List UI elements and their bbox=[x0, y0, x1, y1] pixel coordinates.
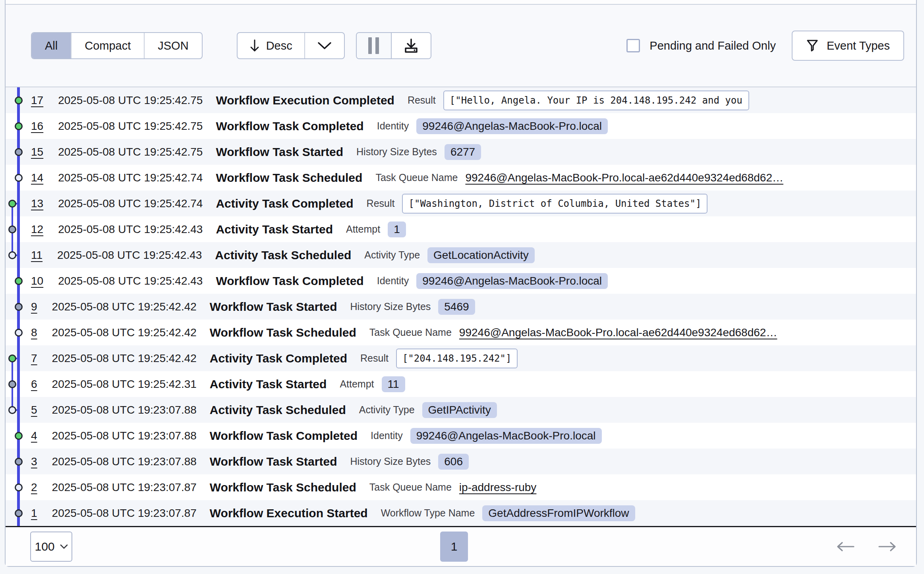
event-detail-link[interactable]: 99246@Angelas-MacBook-Pro.local-ae62d440… bbox=[465, 171, 783, 184]
event-detail-label: Task Queue Name bbox=[375, 172, 458, 183]
event-detail-label: Attempt bbox=[346, 223, 380, 235]
event-status-dot-scheduled bbox=[15, 174, 23, 182]
event-row[interactable]: 172025-05-08 UTC 19:25:42.75Workflow Exe… bbox=[6, 87, 916, 113]
event-types-filter-button[interactable]: Event Types bbox=[792, 31, 904, 61]
pending-failed-checkbox[interactable] bbox=[626, 39, 640, 52]
event-row[interactable]: 92025-05-08 UTC 19:25:42.42Workflow Task… bbox=[6, 294, 916, 320]
event-status-dot-completed bbox=[15, 277, 23, 285]
event-row[interactable]: 122025-05-08 UTC 19:25:42.43Activity Tas… bbox=[6, 216, 916, 242]
event-detail-label: Identity bbox=[371, 430, 403, 441]
event-timestamp: 2025-05-08 UTC 19:25:42.42 bbox=[52, 352, 197, 365]
event-status-dot-completed bbox=[8, 354, 16, 362]
event-detail-link[interactable]: ip-address-ruby bbox=[459, 481, 537, 494]
event-id-link[interactable]: 6 bbox=[31, 378, 37, 391]
event-id-link[interactable]: 1 bbox=[31, 507, 37, 520]
event-id-link[interactable]: 9 bbox=[31, 300, 37, 313]
event-status-dot-completed bbox=[15, 122, 23, 130]
event-id-link[interactable]: 5 bbox=[31, 404, 37, 416]
event-history-toolbar: All Compact JSON Desc bbox=[6, 5, 916, 87]
event-status-dot-started bbox=[15, 458, 23, 466]
event-detail-label: Result bbox=[360, 352, 389, 364]
event-name: Workflow Execution Completed bbox=[216, 94, 394, 107]
event-detail-label: Workflow Type Name bbox=[381, 507, 475, 519]
event-timestamp: 2025-05-08 UTC 19:25:42.75 bbox=[58, 94, 203, 107]
event-id-link[interactable]: 16 bbox=[31, 120, 43, 133]
event-id-link[interactable]: 4 bbox=[31, 430, 37, 442]
event-id-link[interactable]: 8 bbox=[31, 326, 37, 339]
event-status-dot-scheduled bbox=[15, 483, 23, 491]
event-types-label: Event Types bbox=[827, 39, 890, 52]
event-timestamp: 2025-05-08 UTC 19:25:42.43 bbox=[57, 249, 202, 262]
current-page-button[interactable]: 1 bbox=[440, 532, 468, 562]
event-row[interactable]: 42025-05-08 UTC 19:23:07.88Workflow Task… bbox=[6, 423, 916, 449]
event-row[interactable]: 62025-05-08 UTC 19:25:42.31Activity Task… bbox=[6, 371, 916, 397]
event-row[interactable]: 152025-05-08 UTC 19:25:42.75Workflow Tas… bbox=[6, 139, 916, 165]
sort-order-button[interactable]: Desc bbox=[238, 33, 304, 58]
tab-all[interactable]: All bbox=[32, 33, 71, 58]
event-detail-label: Activity Type bbox=[359, 404, 415, 416]
event-name: Activity Task Started bbox=[210, 378, 327, 391]
event-row[interactable]: 112025-05-08 UTC 19:25:42.43Activity Tas… bbox=[6, 242, 916, 268]
event-history-table: 172025-05-08 UTC 19:25:42.75Workflow Exe… bbox=[6, 87, 916, 526]
event-name: Workflow Task Started bbox=[210, 455, 337, 468]
event-status-dot-scheduled bbox=[8, 251, 16, 259]
event-timestamp: 2025-05-08 UTC 19:25:42.42 bbox=[52, 326, 197, 339]
download-icon bbox=[403, 37, 419, 54]
download-button[interactable] bbox=[391, 33, 431, 58]
next-page-button[interactable] bbox=[878, 541, 897, 552]
sort-control: Desc bbox=[237, 32, 345, 59]
tab-compact[interactable]: Compact bbox=[71, 33, 144, 58]
event-detail-badge: GetLocationActivity bbox=[427, 247, 535, 263]
event-detail-link[interactable]: 99246@Angelas-MacBook-Pro.local-ae62d440… bbox=[459, 326, 777, 339]
event-row[interactable]: 142025-05-08 UTC 19:25:42.74Workflow Tas… bbox=[6, 165, 916, 191]
event-timestamp: 2025-05-08 UTC 19:25:42.74 bbox=[58, 197, 203, 210]
arrow-down-icon bbox=[249, 39, 260, 53]
event-row[interactable]: 22025-05-08 UTC 19:23:07.87Workflow Task… bbox=[6, 474, 916, 500]
chevron-down-icon bbox=[317, 42, 332, 50]
event-row[interactable]: 102025-05-08 UTC 19:25:42.43Workflow Tas… bbox=[6, 268, 916, 294]
event-row[interactable]: 72025-05-08 UTC 19:25:42.42Activity Task… bbox=[6, 345, 916, 371]
event-detail-badge: 606 bbox=[438, 454, 469, 470]
event-id-link[interactable]: 11 bbox=[31, 249, 43, 262]
event-timestamp: 2025-05-08 UTC 19:25:42.31 bbox=[52, 378, 197, 391]
event-result-code: ["Washington, District of Columbia, Unit… bbox=[402, 194, 707, 214]
event-row[interactable]: 32025-05-08 UTC 19:23:07.88Workflow Task… bbox=[6, 449, 916, 474]
event-detail-label: Identity bbox=[377, 120, 409, 132]
event-id-link[interactable]: 13 bbox=[31, 197, 43, 210]
event-status-dot-started bbox=[15, 148, 23, 156]
event-detail-label: History Size Bytes bbox=[350, 301, 431, 312]
event-detail-label: Task Queue Name bbox=[369, 327, 452, 338]
event-id-link[interactable]: 2 bbox=[31, 481, 37, 494]
event-detail-badge: 1 bbox=[388, 222, 406, 237]
event-id-link[interactable]: 10 bbox=[31, 275, 43, 287]
previous-page-button[interactable] bbox=[836, 541, 855, 552]
event-id-link[interactable]: 17 bbox=[31, 94, 43, 107]
pagination-arrows bbox=[836, 541, 897, 552]
page-size-select[interactable]: 100 bbox=[30, 532, 72, 562]
event-row[interactable]: 132025-05-08 UTC 19:25:42.74Activity Tas… bbox=[6, 191, 916, 216]
event-name: Workflow Task Started bbox=[216, 145, 343, 159]
page-size-value: 100 bbox=[35, 540, 54, 553]
event-id-link[interactable]: 14 bbox=[31, 171, 43, 184]
event-history-panel: All Compact JSON Desc bbox=[5, 0, 917, 567]
event-id-link[interactable]: 15 bbox=[31, 146, 43, 158]
event-id-link[interactable]: 3 bbox=[31, 455, 37, 468]
tab-json[interactable]: JSON bbox=[144, 33, 201, 58]
event-row[interactable]: 52025-05-08 UTC 19:23:07.88Activity Task… bbox=[6, 397, 916, 423]
event-name: Workflow Task Completed bbox=[216, 274, 363, 288]
event-detail-badge: 11 bbox=[382, 376, 405, 392]
event-row[interactable]: 162025-05-08 UTC 19:25:42.75Workflow Tas… bbox=[6, 113, 916, 139]
event-timestamp: 2025-05-08 UTC 19:23:07.87 bbox=[52, 507, 197, 520]
event-detail-badge: 5469 bbox=[438, 299, 475, 315]
event-name: Workflow Task Scheduled bbox=[210, 326, 356, 339]
event-row[interactable]: 12025-05-08 UTC 19:23:07.87Workflow Exec… bbox=[6, 500, 916, 526]
event-id-link[interactable]: 12 bbox=[31, 223, 43, 236]
event-status-dot-started bbox=[8, 380, 16, 388]
event-timestamp: 2025-05-08 UTC 19:25:42.43 bbox=[58, 223, 203, 236]
event-name: Activity Task Completed bbox=[216, 197, 353, 210]
event-timestamp: 2025-05-08 UTC 19:25:42.42 bbox=[52, 300, 197, 313]
sort-menu-button[interactable] bbox=[304, 33, 344, 58]
pause-button[interactable] bbox=[357, 33, 391, 58]
event-id-link[interactable]: 7 bbox=[31, 352, 37, 365]
event-row[interactable]: 82025-05-08 UTC 19:25:42.42Workflow Task… bbox=[6, 320, 916, 345]
